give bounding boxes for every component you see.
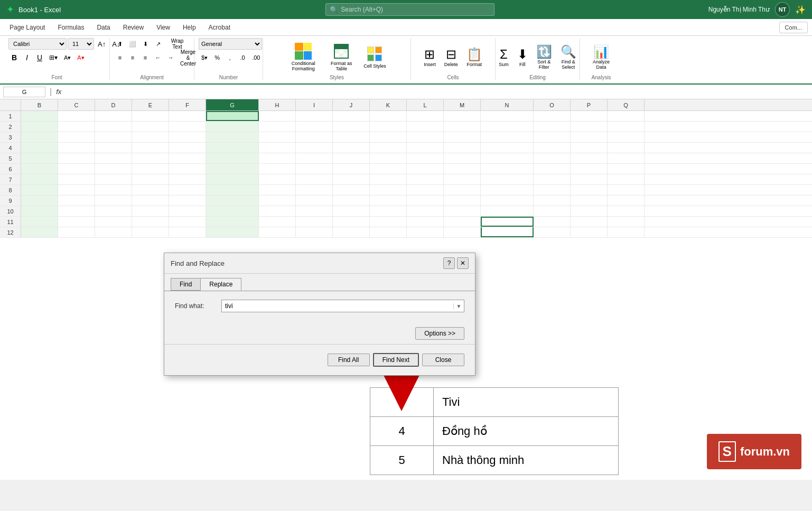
orientation-btn[interactable]: ↗ xyxy=(152,38,164,50)
increase-font-btn[interactable]: A↑ xyxy=(95,38,108,50)
percent-btn[interactable]: % xyxy=(211,52,223,63)
find-what-input[interactable] xyxy=(222,300,453,312)
cell[interactable] xyxy=(333,111,370,121)
align-right-btn[interactable]: ≡ xyxy=(139,52,151,63)
col-header-I[interactable]: I xyxy=(296,99,333,110)
cell-num[interactable]: 5 xyxy=(370,446,434,475)
find-select-btn[interactable]: 🔍 Find & Select xyxy=(557,42,580,72)
col-header-L[interactable]: L xyxy=(407,99,444,110)
menu-item-data[interactable]: Data xyxy=(91,22,115,33)
align-left-btn[interactable]: ≡ xyxy=(114,52,126,63)
cell-text[interactable]: Nhà thông minh xyxy=(434,446,619,475)
find-dropdown-btn[interactable]: ▼ xyxy=(453,303,464,309)
increase-decimal-btn[interactable]: .00 xyxy=(249,52,263,63)
wrap-text-btn[interactable]: Wrap Text xyxy=(165,38,190,50)
cell[interactable] xyxy=(132,111,169,121)
col-header-K[interactable]: K xyxy=(370,99,407,110)
cell[interactable] xyxy=(407,111,444,121)
fill-color-btn[interactable]: A▾ xyxy=(61,52,73,63)
name-box[interactable] xyxy=(3,87,45,97)
cell-num[interactable]: 4 xyxy=(370,417,434,446)
align-center-btn[interactable]: ≡ xyxy=(127,52,138,63)
autosum-btn[interactable]: Σ Sum xyxy=(496,45,512,69)
menu-item-page-layout[interactable]: Page Layout xyxy=(4,22,50,33)
menu-item-help[interactable]: Help xyxy=(178,22,201,33)
number-format-select[interactable]: General xyxy=(199,38,262,50)
cell-text[interactable]: Tivi xyxy=(434,388,619,417)
increase-indent-btn[interactable]: → xyxy=(165,52,176,63)
cell-G1[interactable] xyxy=(206,111,259,121)
tab-find[interactable]: Find xyxy=(171,278,200,291)
find-what-input-wrapper[interactable]: ▼ xyxy=(221,300,464,312)
user-avatar[interactable]: NT xyxy=(775,2,790,17)
conditional-formatting-btn[interactable]: Conditional Formatting xyxy=(285,41,321,73)
align-top-btn[interactable]: ⬆ xyxy=(114,38,126,50)
cell[interactable] xyxy=(259,111,296,121)
cell[interactable] xyxy=(169,111,206,121)
font-size-select[interactable]: 11 xyxy=(68,38,94,50)
col-header-F[interactable]: F xyxy=(169,99,206,110)
menu-item-acrobat[interactable]: Acrobat xyxy=(203,22,236,33)
col-header-G[interactable]: G xyxy=(206,99,259,110)
menu-item-formulas[interactable]: Formulas xyxy=(52,22,89,33)
comma-btn[interactable]: , xyxy=(224,52,236,63)
cell-styles-btn[interactable]: Cell Styles xyxy=(361,43,388,71)
bold-btn[interactable]: B xyxy=(8,52,20,63)
cell[interactable] xyxy=(21,111,58,121)
col-header-E[interactable]: E xyxy=(132,99,169,110)
dialog-close-btn[interactable]: ✕ xyxy=(457,257,469,269)
cell[interactable] xyxy=(58,111,95,121)
underline-btn[interactable]: U xyxy=(34,52,45,63)
search-input[interactable] xyxy=(325,3,494,16)
find-next-btn[interactable]: Find Next xyxy=(373,353,419,367)
menu-item-review[interactable]: Review xyxy=(118,22,149,33)
cell[interactable] xyxy=(608,111,645,121)
delete-btn[interactable]: ⊟ Delete xyxy=(441,45,461,69)
cell[interactable] xyxy=(481,111,534,121)
formula-input[interactable] xyxy=(63,87,809,97)
cell[interactable] xyxy=(534,111,571,121)
cell[interactable] xyxy=(370,111,407,121)
cell[interactable] xyxy=(571,111,608,121)
magic-icon[interactable]: ✨ xyxy=(795,5,806,15)
tab-replace[interactable]: Replace xyxy=(200,278,241,291)
currency-btn[interactable]: $▾ xyxy=(199,52,210,63)
fill-btn[interactable]: ⬇ Fill xyxy=(514,45,531,69)
col-header-D[interactable]: D xyxy=(95,99,132,110)
col-header-B[interactable]: B xyxy=(21,99,58,110)
comments-btn[interactable]: Com... xyxy=(779,22,808,33)
align-bottom-btn[interactable]: ⬇ xyxy=(139,38,151,50)
col-header-P[interactable]: P xyxy=(571,99,608,110)
col-header-M[interactable]: M xyxy=(444,99,481,110)
cell[interactable] xyxy=(296,111,333,121)
font-color-btn[interactable]: A▾ xyxy=(74,52,87,63)
cell-text[interactable]: Đồng hồ xyxy=(434,417,619,446)
insert-btn[interactable]: ⊞ Insert xyxy=(421,45,439,69)
format-btn[interactable]: 📋 Format xyxy=(463,45,486,69)
cell[interactable] xyxy=(95,111,132,121)
find-replace-dialog[interactable]: Find and Replace ? ✕ Find Replace Find w… xyxy=(164,253,475,376)
search-wrapper[interactable]: 🔍 xyxy=(325,3,494,16)
dialog-help-btn[interactable]: ? xyxy=(443,257,455,269)
sort-filter-btn[interactable]: 🔃 Sort & Filter xyxy=(533,42,555,72)
align-middle-btn[interactable]: ⬜ xyxy=(127,38,138,50)
cell[interactable] xyxy=(444,111,481,121)
border-btn[interactable]: ⊞▾ xyxy=(46,52,60,63)
italic-btn[interactable]: I xyxy=(21,52,33,63)
col-header-C[interactable]: C xyxy=(58,99,95,110)
col-header-J[interactable]: J xyxy=(333,99,370,110)
col-header-H[interactable]: H xyxy=(259,99,296,110)
col-header-O[interactable]: O xyxy=(534,99,571,110)
decrease-decimal-btn[interactable]: .0 xyxy=(237,52,248,63)
close-dialog-btn[interactable]: Close xyxy=(422,354,464,366)
analyze-data-btn[interactable]: 📊 Analyze Data xyxy=(584,42,618,72)
options-btn[interactable]: Options >> xyxy=(415,327,464,340)
find-all-btn[interactable]: Find All xyxy=(328,354,370,366)
format-as-table-btn[interactable]: Format as Table xyxy=(323,41,359,73)
col-header-Q[interactable]: Q xyxy=(608,99,645,110)
col-header-N[interactable]: N xyxy=(481,99,534,110)
cell-num[interactable]: 3 xyxy=(370,388,434,417)
decrease-indent-btn[interactable]: ← xyxy=(152,52,164,63)
menu-item-view[interactable]: View xyxy=(151,22,175,33)
font-name-select[interactable]: Calibri xyxy=(8,38,67,50)
